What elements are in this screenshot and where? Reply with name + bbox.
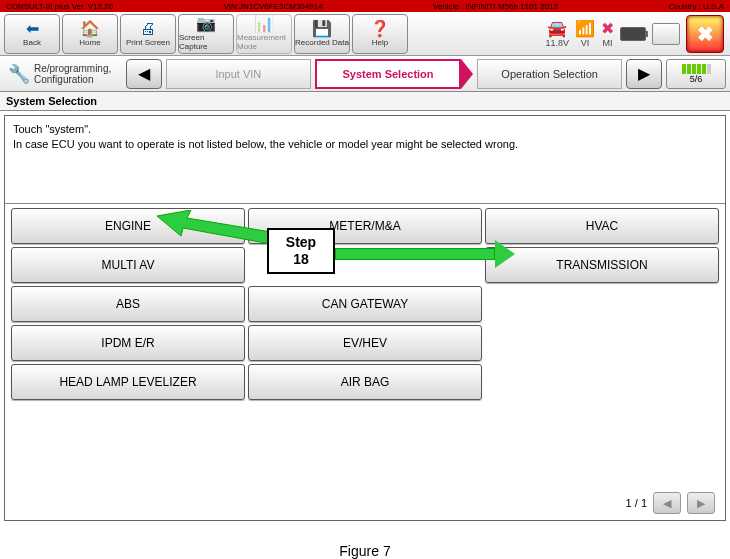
battery-icon [620,27,646,41]
system-evhev-button[interactable]: EV/HEV [248,325,482,361]
measure-label: Measurement Mode [237,33,291,51]
breadcrumb-step3-label: Operation Selection [501,68,598,80]
main-toolbar: ⬅ Back 🏠 Home 🖨 Print Screen 📷 Screen Ca… [0,12,730,56]
vi-label: VI [581,38,590,48]
home-icon: 🏠 [80,21,100,37]
breadcrumb-root-label: Re/programming, Configuration [34,63,122,85]
app-titlebar: CONSULT-III plus Ver. V12.20 VIN:JN1CV6F… [0,0,730,12]
breadcrumb-prev-button[interactable]: ◀ [126,59,162,89]
breadcrumb-step1-label: Input VIN [215,68,261,80]
capture-label: Screen Capture [179,33,233,51]
instruction-line1: Touch "system". [13,122,717,137]
breadcrumb-step2-label: System Selection [342,68,433,80]
print-screen-button[interactable]: 🖨 Print Screen [120,14,176,54]
system-ipdm-button[interactable]: IPDM E/R [11,325,245,361]
system-label: EV/HEV [343,336,387,350]
callout-arrow-right-icon [335,246,515,262]
printer-icon: 🖨 [140,21,156,37]
home-label: Home [79,38,100,47]
system-abs-button[interactable]: ABS [11,286,245,322]
breadcrumb-next-button[interactable]: ▶ [626,59,662,89]
system-label: MULTI AV [102,258,155,272]
callout-line2: 18 [293,251,309,268]
signal-icon: 📶 [575,19,595,38]
system-label: HVAC [586,219,618,233]
system-label: CAN GATEWAY [322,297,408,311]
triangle-right-icon: ▶ [697,497,705,510]
triangle-left-icon: ◀ [138,64,150,83]
app-title: CONSULT-III plus Ver. V12.20 [6,2,113,11]
system-label: IPDM E/R [101,336,154,350]
triangle-left-icon: ◀ [663,497,671,510]
back-label: Back [23,38,41,47]
breadcrumb-root: 🔧 Re/programming, Configuration [4,63,122,85]
vehicle-text: Vehicle : INFINITI M56h 1101 2012 [433,2,558,11]
help-label: Help [372,38,388,47]
svg-marker-0 [157,210,271,244]
system-label: ABS [116,297,140,311]
status-cluster: 🚘 11.8V 📶 VI ✖ MI ✖ [545,15,726,53]
close-icon: ✖ [601,19,614,38]
screen-capture-button[interactable]: 📷 Screen Capture [178,14,234,54]
pager: 1 / 1 ◀ ▶ [626,492,715,514]
help-icon: ❓ [370,21,390,37]
breadcrumb-step-operation-selection[interactable]: Operation Selection [477,59,622,89]
recorded-label: Recorded Data [295,38,349,47]
system-label: ENGINE [105,219,151,233]
recorded-data-button[interactable]: 💾 Recorded Data [294,14,350,54]
pager-prev-button[interactable]: ◀ [653,492,681,514]
system-multiav-button[interactable]: MULTI AV [11,247,245,283]
triangle-right-icon: ▶ [638,64,650,83]
callout-line1: Step [286,234,316,251]
progress-label: 5/6 [690,74,703,84]
system-label: TRANSMISSION [556,258,647,272]
close-app-button[interactable]: ✖ [686,15,724,53]
display-toggle-button[interactable] [652,23,680,45]
progress-bars-icon [682,64,711,74]
progress-indicator: 5/6 [666,59,726,89]
vin-text: VIN:JN1CV6FE3CM304914 [223,2,322,11]
mi-status: ✖ MI [601,19,614,48]
pager-label: 1 / 1 [626,497,647,509]
camera-icon: 📷 [196,16,216,32]
country-text: Country : U.S.A [668,2,724,11]
system-cangateway-button[interactable]: CAN GATEWAY [248,286,482,322]
system-label: HEAD LAMP LEVELIZER [59,375,196,389]
figure-caption: Figure 7 [0,543,730,559]
help-button[interactable]: ❓ Help [352,14,408,54]
system-label: AIR BAG [341,375,390,389]
record-icon: 💾 [312,21,332,37]
step-callout: Step 18 [267,228,335,274]
close-app-icon: ✖ [697,22,714,46]
breadcrumb-bar: 🔧 Re/programming, Configuration ◀ Input … [0,56,730,92]
section-title: System Selection [0,92,730,111]
breadcrumb-step-input-vin[interactable]: Input VIN [166,59,311,89]
system-headlamp-button[interactable]: HEAD LAMP LEVELIZER [11,364,245,400]
callout-arrow-left-icon [157,210,271,244]
measure-icon: 📊 [254,16,274,32]
instruction-box: Touch "system". In case ECU you want to … [5,116,725,204]
voltage-label: 11.8V [545,38,569,48]
vi-status: 📶 VI [575,19,595,48]
system-grid-area: ENGINE METER/M&A HVAC MULTI AV TRANSMISS… [5,204,725,520]
print-label: Print Screen [126,38,170,47]
mi-label: MI [603,38,613,48]
measurement-mode-button[interactable]: 📊 Measurement Mode [236,14,292,54]
config-icon: 🔧 [8,63,30,85]
system-grid: ENGINE METER/M&A HVAC MULTI AV TRANSMISS… [11,208,719,400]
system-airbag-button[interactable]: AIR BAG [248,364,482,400]
back-button[interactable]: ⬅ Back [4,14,60,54]
breadcrumb-active-arrow-icon [461,59,473,89]
breadcrumb-step-system-selection[interactable]: System Selection [315,59,462,89]
car-icon: 🚘 [547,19,567,38]
system-hvac-button[interactable]: HVAC [485,208,719,244]
system-transmission-button[interactable]: TRANSMISSION [485,247,719,283]
main-panel: Touch "system". In case ECU you want to … [4,115,726,521]
back-icon: ⬅ [26,21,39,37]
instruction-line2: In case ECU you want to operate is not l… [13,137,717,152]
system-label: METER/M&A [329,219,400,233]
home-button[interactable]: 🏠 Home [62,14,118,54]
pager-next-button[interactable]: ▶ [687,492,715,514]
voltage-status: 🚘 11.8V [545,19,569,48]
